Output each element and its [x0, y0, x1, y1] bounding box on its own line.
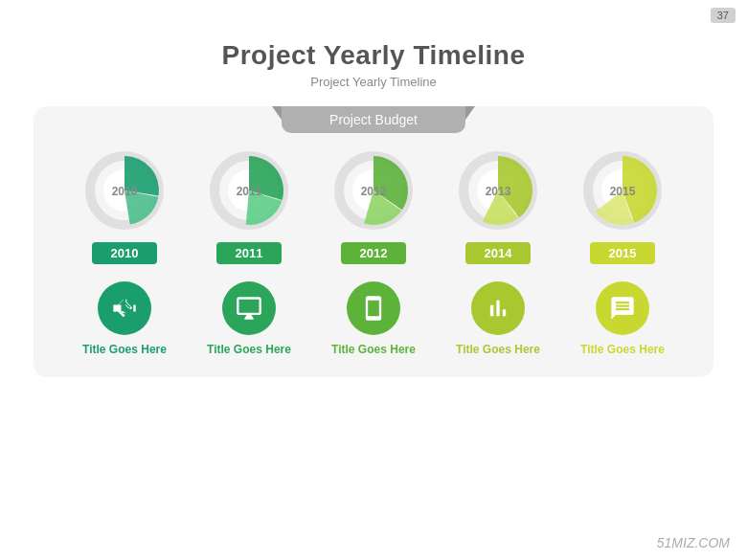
year-badge: 2012: [341, 242, 407, 264]
icon-row: Title Goes Here Title Goes Here Title Go…: [62, 281, 685, 358]
watermark: 51MIZ.COM: [657, 535, 730, 550]
donut-chart: 2011: [201, 143, 297, 238]
icon-item: Title Goes Here: [570, 281, 675, 358]
icon-title: Title Goes Here: [331, 343, 416, 358]
budget-label: Project Budget: [282, 106, 465, 133]
svg-text:2011: 2011: [237, 185, 262, 198]
donut-chart: 2010: [77, 143, 172, 238]
icon-circle: [347, 281, 400, 335]
icon-circle: [222, 281, 276, 335]
icon-title: Title Goes Here: [580, 343, 665, 358]
header: Project Yearly Timeline Project Yearly T…: [0, 0, 747, 89]
main-title: Project Yearly Timeline: [0, 40, 747, 71]
page-number: 37: [711, 8, 736, 23]
icon-item: Title Goes Here: [196, 281, 302, 358]
year-badge: 2015: [590, 242, 656, 264]
donut-chart: 2013: [450, 143, 546, 238]
icon-circle: [471, 281, 525, 335]
icon-title: Title Goes Here: [456, 343, 540, 358]
donut-chart: 2012: [326, 143, 421, 238]
svg-text:2010: 2010: [112, 185, 138, 198]
donut-chart: 2015: [575, 143, 670, 238]
icon-item: Title Goes Here: [321, 281, 426, 358]
timeline-container: Project Budget 2010201020112011201220122…: [34, 106, 713, 377]
donut-row: 2010201020112011201220122013201420152015: [62, 143, 685, 264]
year-badge: 2014: [465, 242, 532, 264]
icon-item: Title Goes Here: [72, 281, 177, 358]
icon-item: Title Goes Here: [445, 281, 551, 358]
donut-item: 20102010: [77, 143, 172, 264]
svg-text:2012: 2012: [361, 185, 387, 198]
icon-title: Title Goes Here: [82, 343, 167, 358]
year-badge: 2011: [216, 242, 283, 264]
sub-title: Project Yearly Timeline: [0, 75, 747, 89]
donut-item: 20132014: [450, 143, 546, 264]
icon-circle: [98, 281, 151, 335]
svg-text:2013: 2013: [486, 185, 511, 198]
year-badge: 2010: [92, 242, 158, 264]
svg-text:2015: 2015: [610, 185, 636, 198]
donut-item: 20152015: [575, 143, 670, 264]
donut-item: 20112011: [201, 143, 297, 264]
donut-item: 20122012: [326, 143, 421, 264]
icon-circle: [596, 281, 649, 335]
icon-title: Title Goes Here: [207, 343, 291, 358]
